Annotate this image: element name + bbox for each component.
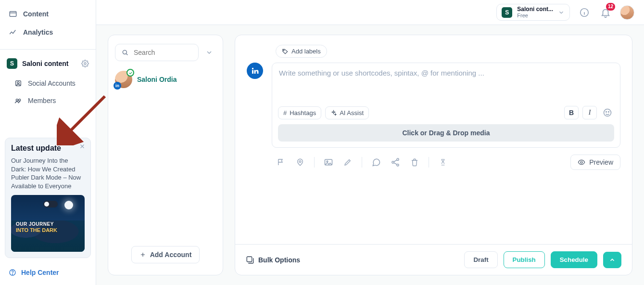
svg-point-12 bbox=[606, 112, 607, 113]
share-icon[interactable] bbox=[390, 157, 401, 168]
update-body: Our Journey Into the Dark: How We Create… bbox=[11, 156, 85, 190]
update-img-line2: INTO THE DARK bbox=[16, 227, 57, 233]
update-image[interactable]: OUR JOURNEY INTO THE DARK bbox=[11, 195, 85, 252]
chevron-down-icon bbox=[558, 9, 565, 16]
svg-point-18 bbox=[392, 161, 394, 163]
account-item[interactable]: in Saloni Ordia bbox=[115, 71, 216, 88]
svg-point-20 bbox=[581, 161, 582, 163]
sidebar-workspace[interactable]: S Saloni content bbox=[0, 52, 96, 75]
italic-button[interactable]: I bbox=[582, 106, 597, 119]
add-account-label: Add Account bbox=[150, 251, 192, 259]
publish-button[interactable]: Publish bbox=[504, 251, 545, 268]
nav-analytics[interactable]: Analytics bbox=[0, 23, 96, 41]
schedule-button[interactable]: Schedule bbox=[551, 251, 597, 268]
pencil-icon[interactable] bbox=[342, 157, 353, 168]
search-input[interactable] bbox=[133, 48, 192, 57]
trash-icon[interactable] bbox=[409, 157, 420, 168]
primary-nav: Content Analytics bbox=[0, 0, 96, 46]
help-label: Help Center bbox=[21, 269, 59, 276]
draft-button[interactable]: Draft bbox=[464, 251, 497, 268]
nav-content[interactable]: Content bbox=[0, 5, 96, 23]
composer-footer: Bulk Options Draft Publish Schedule bbox=[235, 244, 632, 275]
workspace-name: Saloni cont... bbox=[517, 6, 553, 13]
post-textarea[interactable] bbox=[278, 68, 614, 102]
flag-icon[interactable] bbox=[276, 157, 286, 168]
composer-panel: Add labels # Hashtags bbox=[235, 35, 632, 275]
emoji-button[interactable] bbox=[601, 106, 614, 119]
comment-icon[interactable] bbox=[371, 157, 381, 168]
location-icon[interactable] bbox=[295, 157, 305, 168]
main: S Saloni cont... Free 12 bbox=[96, 0, 644, 285]
notification-count-badge: 12 bbox=[606, 3, 615, 11]
linkedin-icon bbox=[247, 63, 263, 79]
image-icon[interactable] bbox=[323, 157, 334, 168]
hashtags-label: Hashtags bbox=[290, 109, 316, 117]
media-dropzone[interactable]: Click or Drag & Drop media bbox=[278, 124, 614, 142]
nav-members[interactable]: Members bbox=[0, 92, 96, 109]
svg-point-17 bbox=[397, 158, 399, 160]
hourglass-icon[interactable] bbox=[438, 157, 448, 168]
nav-label: Social Accounts bbox=[28, 79, 76, 87]
svg-point-9 bbox=[123, 50, 126, 54]
close-icon[interactable] bbox=[79, 143, 86, 150]
svg-rect-21 bbox=[247, 257, 252, 262]
svg-point-10 bbox=[283, 50, 284, 51]
svg-point-3 bbox=[17, 82, 19, 84]
svg-rect-0 bbox=[10, 12, 16, 17]
bulk-options-button[interactable]: Bulk Options bbox=[246, 256, 300, 264]
dropzone-label: Click or Drag & Drop media bbox=[402, 129, 490, 137]
account-avatar: in bbox=[115, 71, 132, 88]
preview-label: Preview bbox=[589, 158, 613, 166]
help-center-link[interactable]: Help Center bbox=[0, 262, 96, 285]
user-avatar[interactable] bbox=[620, 5, 634, 20]
accounts-collapse-toggle[interactable] bbox=[202, 44, 216, 61]
svg-point-1 bbox=[84, 63, 86, 65]
nav-label: Analytics bbox=[23, 28, 53, 36]
check-icon bbox=[126, 69, 134, 77]
nav-label: Members bbox=[28, 97, 56, 104]
search-icon bbox=[121, 49, 129, 56]
add-labels-text: Add labels bbox=[291, 48, 321, 55]
info-button[interactable] bbox=[578, 6, 591, 19]
post-editor: # Hashtags AI Assist bbox=[272, 63, 620, 148]
accounts-icon bbox=[14, 79, 22, 87]
workspace-badge: S bbox=[502, 7, 512, 18]
svg-point-7 bbox=[12, 274, 13, 274]
divider bbox=[0, 49, 96, 50]
svg-point-11 bbox=[604, 109, 611, 117]
notifications-button[interactable]: 12 bbox=[599, 6, 612, 19]
hash-icon: # bbox=[283, 109, 287, 117]
svg-point-13 bbox=[608, 112, 609, 113]
nav-label: Content bbox=[23, 10, 49, 18]
app-root: Content Analytics S Saloni content Socia… bbox=[0, 0, 644, 285]
svg-point-5 bbox=[19, 99, 21, 101]
update-title: Latest update bbox=[11, 144, 85, 153]
composer-toolbar: Preview bbox=[276, 155, 620, 170]
nav-social-accounts[interactable]: Social Accounts bbox=[0, 75, 96, 92]
content-area: in Saloni Ordia Add Account bbox=[96, 25, 644, 285]
sparkle-icon bbox=[330, 110, 337, 116]
workspace-switcher[interactable]: S Saloni cont... Free bbox=[496, 4, 570, 21]
svg-point-14 bbox=[299, 161, 301, 163]
add-account-button[interactable]: Add Account bbox=[131, 246, 200, 263]
svg-point-16 bbox=[327, 161, 328, 162]
workspace-name: Saloni content bbox=[22, 60, 68, 67]
ai-assist-button[interactable]: AI Assist bbox=[325, 106, 369, 119]
accounts-panel: in Saloni Ordia Add Account bbox=[108, 35, 223, 275]
workspace-plan: Free bbox=[517, 13, 553, 18]
bulk-label: Bulk Options bbox=[258, 256, 300, 264]
update-img-line1: OUR JOURNEY bbox=[16, 221, 54, 227]
search-input-wrap[interactable] bbox=[115, 44, 199, 61]
help-icon bbox=[9, 269, 16, 276]
add-labels-button[interactable]: Add labels bbox=[276, 45, 327, 58]
bold-button[interactable]: B bbox=[564, 106, 579, 119]
ai-assist-label: AI Assist bbox=[340, 109, 364, 117]
content-icon bbox=[9, 10, 17, 18]
hashtags-button[interactable]: # Hashtags bbox=[278, 106, 321, 119]
analytics-icon bbox=[9, 28, 17, 37]
preview-button[interactable]: Preview bbox=[570, 155, 620, 170]
gear-icon[interactable] bbox=[81, 60, 89, 67]
schedule-more-button[interactable] bbox=[603, 252, 621, 268]
members-icon bbox=[14, 97, 22, 104]
topbar: S Saloni cont... Free 12 bbox=[96, 0, 644, 25]
